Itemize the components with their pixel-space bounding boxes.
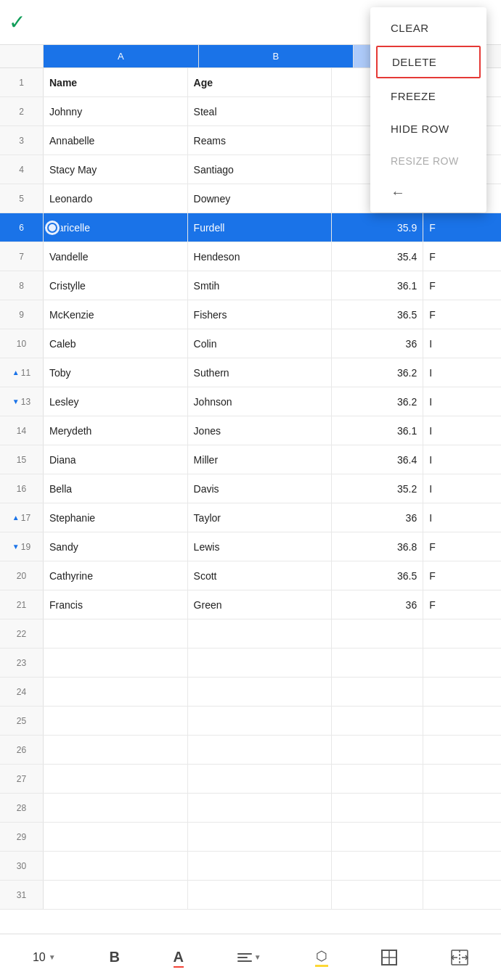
table-row[interactable]: 19SandyLewis36.8F xyxy=(0,532,501,561)
fill-color-button[interactable]: ⬡ xyxy=(309,942,334,973)
cell-c[interactable]: 36 xyxy=(332,590,423,619)
cell-b[interactable]: Scott xyxy=(188,561,333,590)
table-row[interactable]: 20CathyrineScott36.5F xyxy=(0,561,501,590)
cell-d[interactable] xyxy=(423,619,501,648)
cell-b[interactable] xyxy=(188,736,333,764)
text-color-button[interactable]: A xyxy=(168,943,190,971)
cell-d[interactable]: I xyxy=(423,503,501,532)
cell-a[interactable]: Lesley xyxy=(44,387,188,416)
cell-d[interactable] xyxy=(423,881,501,909)
table-row[interactable]: 27 xyxy=(0,765,501,794)
table-row[interactable]: 24 xyxy=(0,678,501,707)
table-row[interactable]: 7VandelleHendeson35.4F xyxy=(0,242,501,271)
table-row[interactable]: 29 xyxy=(0,823,501,852)
cell-b[interactable] xyxy=(188,707,333,735)
cell-a[interactable] xyxy=(44,794,188,822)
cell-c[interactable]: 35.9 xyxy=(332,213,423,242)
cell-a[interactable]: Stephanie xyxy=(44,503,188,532)
row-drag-handle-left[interactable] xyxy=(44,219,61,236)
cell-d[interactable] xyxy=(423,648,501,677)
dropdown-back-button[interactable]: ← xyxy=(370,177,486,208)
cell-a[interactable] xyxy=(44,765,188,793)
col-header-a[interactable]: A xyxy=(44,45,199,67)
cell-b[interactable]: Downey xyxy=(188,184,333,213)
cell-a[interactable] xyxy=(44,678,188,706)
cell-b[interactable]: Suthern xyxy=(188,358,333,387)
cell-c[interactable]: 35.4 xyxy=(332,242,423,271)
cell-b[interactable]: Johnson xyxy=(188,387,333,416)
table-row[interactable]: 9McKenzieFishers36.5F xyxy=(0,300,501,329)
cell-d[interactable] xyxy=(423,765,501,793)
cell-c[interactable]: 36.5 xyxy=(332,561,423,590)
cell-d[interactable]: F xyxy=(423,271,501,300)
cell-b[interactable]: Taylor xyxy=(188,503,333,532)
cell-d[interactable]: I xyxy=(423,445,501,474)
cell-b[interactable]: Miller xyxy=(188,445,333,474)
cell-c[interactable] xyxy=(332,852,423,880)
align-button[interactable]: ▼ xyxy=(232,947,267,968)
cell-c[interactable]: 36.2 xyxy=(332,387,423,416)
cell-d[interactable]: F xyxy=(423,242,501,271)
font-size-selector[interactable]: 10 ▼ xyxy=(27,945,62,970)
table-row[interactable]: 26 xyxy=(0,736,501,765)
cell-c[interactable]: 35.2 xyxy=(332,474,423,503)
table-row[interactable]: 8CristylleSmtih36.1F xyxy=(0,271,501,300)
cell-b[interactable]: Davis xyxy=(188,474,333,503)
cell-a[interactable]: Maricelle xyxy=(44,213,188,242)
checkmark-button[interactable]: ✓ xyxy=(9,10,25,34)
cell-d[interactable] xyxy=(423,794,501,822)
table-row[interactable]: 13LesleyJohnson36.2I xyxy=(0,387,501,416)
cell-c[interactable] xyxy=(332,619,423,648)
cell-d[interactable]: F xyxy=(423,300,501,329)
cell-b[interactable] xyxy=(188,678,333,706)
cell-c[interactable] xyxy=(332,765,423,793)
cell-c[interactable]: 36.4 xyxy=(332,445,423,474)
cell-b[interactable]: Steal xyxy=(188,97,333,125)
bold-button[interactable]: B xyxy=(103,943,125,971)
hide-row-menu-item[interactable]: HIDE ROW xyxy=(370,112,486,145)
clear-menu-item[interactable]: CLEAR xyxy=(370,12,486,44)
cell-b[interactable] xyxy=(188,794,333,822)
cell-a[interactable]: Cristylle xyxy=(44,271,188,300)
cell-a[interactable]: Sandy xyxy=(44,532,188,561)
cell-a[interactable]: Leonardo xyxy=(44,184,188,213)
cell-c[interactable]: 36.2 xyxy=(332,358,423,387)
cell-d[interactable] xyxy=(423,823,501,851)
cell-a[interactable]: Caleb xyxy=(44,329,188,358)
cell-d[interactable]: I xyxy=(423,416,501,445)
cell-d[interactable] xyxy=(423,678,501,706)
merge-button[interactable] xyxy=(445,944,474,971)
cell-d[interactable] xyxy=(423,707,501,735)
cell-a[interactable] xyxy=(44,736,188,764)
cell-b[interactable]: Furdell xyxy=(188,213,333,242)
cell-c[interactable]: 36.1 xyxy=(332,271,423,300)
cell-d[interactable]: I xyxy=(423,387,501,416)
cell-c[interactable] xyxy=(332,881,423,909)
cell-b[interactable] xyxy=(188,619,333,648)
cell-a[interactable]: Johnny xyxy=(44,97,188,125)
cell-c[interactable]: 36 xyxy=(332,329,423,358)
cell-b[interactable] xyxy=(188,852,333,880)
cell-b[interactable] xyxy=(188,648,333,677)
cell-b[interactable]: Fishers xyxy=(188,300,333,329)
cell-d[interactable]: F xyxy=(423,213,501,242)
table-row[interactable]: 21FrancisGreen36F xyxy=(0,590,501,619)
cell-b[interactable]: Green xyxy=(188,590,333,619)
cell-c[interactable]: 36.5 xyxy=(332,300,423,329)
cell-a[interactable]: Bella xyxy=(44,474,188,503)
cell-a[interactable] xyxy=(44,852,188,880)
cell-a[interactable]: Name xyxy=(44,68,188,96)
cell-d[interactable]: F xyxy=(423,561,501,590)
cell-c[interactable]: 36.1 xyxy=(332,416,423,445)
resize-row-menu-item[interactable]: RESIZE ROW xyxy=(370,145,486,177)
cell-d[interactable]: F xyxy=(423,532,501,561)
table-row[interactable]: 25 xyxy=(0,707,501,736)
cell-b[interactable]: Hendeson xyxy=(188,242,333,271)
table-row[interactable]: 16BellaDavis35.2I xyxy=(0,474,501,503)
table-row[interactable]: 11TobySuthern36.2I xyxy=(0,358,501,387)
table-row[interactable]: 22 xyxy=(0,619,501,648)
freeze-menu-item[interactable]: FREEZE xyxy=(370,80,486,112)
cell-d[interactable]: I xyxy=(423,358,501,387)
cell-c[interactable] xyxy=(332,823,423,851)
table-row[interactable]: 23 xyxy=(0,648,501,678)
